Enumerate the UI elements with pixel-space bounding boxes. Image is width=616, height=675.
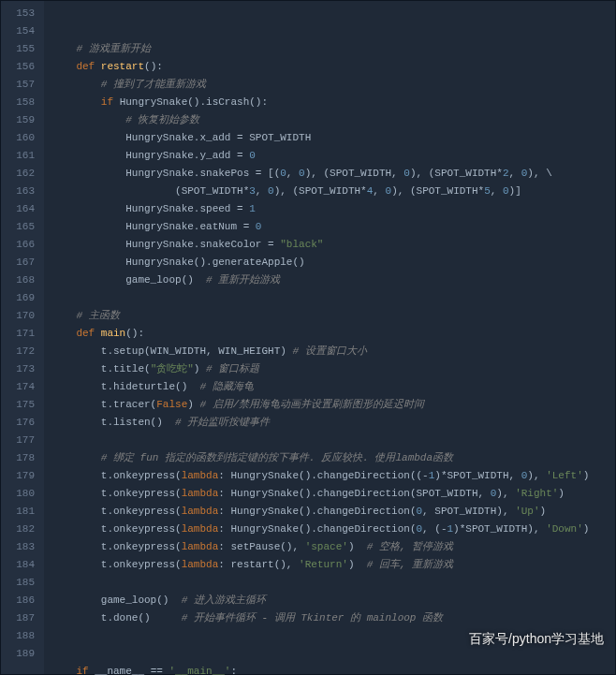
code-line[interactable]: t.listen() # 开始监听按键事件 [51, 414, 608, 432]
line-number: 173 [7, 360, 35, 378]
line-number: 167 [7, 254, 35, 271]
line-number: 178 [7, 449, 35, 467]
line-number: 155 [7, 40, 35, 58]
line-number: 179 [7, 467, 35, 485]
code-line[interactable]: t.onkeypress(lambda: HungrySnake().chang… [51, 467, 608, 485]
line-number: 153 [7, 5, 35, 22]
line-number: 180 [7, 485, 35, 503]
line-number: 156 [7, 58, 35, 76]
code-line[interactable]: HungrySnake.eatNum = 0 [51, 218, 608, 236]
code-line[interactable]: t.hideturtle() # 隐藏海龟 [51, 378, 608, 396]
code-line[interactable]: HungrySnake.y_add = 0 [51, 147, 608, 165]
line-number: 162 [7, 165, 35, 183]
line-number: 170 [7, 307, 35, 325]
code-line[interactable]: HungrySnake.speed = 1 [51, 200, 608, 218]
code-line[interactable]: HungrySnake().generateApple() [51, 254, 608, 271]
code-line[interactable]: game_loop() # 重新开始游戏 [51, 271, 608, 289]
line-number: 159 [7, 111, 35, 129]
code-line[interactable]: game_loop() # 进入游戏主循环 [51, 592, 608, 609]
line-number-gutter: 1531541551561571581591601611621631641651… [1, 1, 44, 674]
code-line[interactable]: HungrySnake.snakePos = [(0, 0), (SPOT_WI… [51, 165, 608, 183]
code-line[interactable]: # 恢复初始参数 [51, 111, 608, 129]
code-line[interactable] [51, 574, 608, 592]
code-line[interactable]: t.onkeypress(lambda: HungrySnake().chang… [51, 521, 608, 538]
line-number: 181 [7, 503, 35, 521]
line-number: 174 [7, 378, 35, 396]
line-number: 186 [7, 592, 35, 609]
code-line[interactable]: HungrySnake.x_add = SPOT_WIDTH [51, 129, 608, 147]
line-number: 172 [7, 343, 35, 360]
line-number: 185 [7, 574, 35, 592]
code-line[interactable]: # 绑定 fun 指定的函数到指定键的按下事件. 反应较快. 使用lambda函… [51, 449, 608, 467]
line-number: 158 [7, 94, 35, 111]
line-number: 171 [7, 325, 35, 343]
line-number: 168 [7, 271, 35, 289]
code-line[interactable]: t.onkeypress(lambda: HungrySnake().chang… [51, 503, 608, 521]
line-number: 164 [7, 200, 35, 218]
line-number: 182 [7, 521, 35, 538]
line-number: 188 [7, 627, 35, 645]
code-area[interactable]: # 游戏重新开始 def restart(): # 撞到了才能重新游戏 if H… [44, 1, 615, 674]
code-line[interactable]: t.onkeypress(lambda: setPause(), 'space'… [51, 538, 608, 556]
line-number: 169 [7, 289, 35, 307]
line-number: 160 [7, 129, 35, 147]
line-number: 154 [7, 22, 35, 40]
line-number: 166 [7, 236, 35, 254]
code-line[interactable] [51, 432, 608, 449]
code-line[interactable]: # 游戏重新开始 [51, 40, 608, 58]
line-number: 163 [7, 183, 35, 200]
code-line[interactable]: if __name__ == '__main__': [51, 663, 608, 675]
line-number: 187 [7, 609, 35, 627]
line-number: 184 [7, 556, 35, 574]
code-line[interactable]: # 主函数 [51, 307, 608, 325]
line-number: 189 [7, 645, 35, 663]
code-line[interactable]: (SPOT_WIDTH*3, 0), (SPOT_WIDTH*4, 0), (S… [51, 183, 608, 200]
code-line[interactable] [51, 289, 608, 307]
line-number: 176 [7, 414, 35, 432]
line-number: 177 [7, 432, 35, 449]
code-line[interactable]: if HungrySnake().isCrash(): [51, 94, 608, 111]
code-line[interactable]: HungrySnake.snakeColor = "black" [51, 236, 608, 254]
code-line[interactable]: t.title("贪吃蛇") # 窗口标题 [51, 360, 608, 378]
watermark: 百家号/python学习基地 [469, 630, 604, 648]
line-number: 175 [7, 396, 35, 414]
code-line[interactable]: def restart(): [51, 58, 608, 76]
line-number: 165 [7, 218, 35, 236]
line-number: 183 [7, 538, 35, 556]
line-number: 161 [7, 147, 35, 165]
code-line[interactable]: t.setup(WIN_WIDTH, WIN_HEIGHT) # 设置窗口大小 [51, 343, 608, 360]
code-line[interactable]: t.onkeypress(lambda: HungrySnake().chang… [51, 485, 608, 503]
code-line[interactable]: def main(): [51, 325, 608, 343]
line-number: 157 [7, 76, 35, 94]
code-editor: 1531541551561571581591601611621631641651… [0, 0, 616, 675]
code-line[interactable]: # 撞到了才能重新游戏 [51, 76, 608, 94]
code-line[interactable]: t.done() # 开始事件循环 - 调用 Tkinter 的 mainloo… [51, 609, 608, 627]
code-line[interactable]: t.onkeypress(lambda: restart(), 'Return'… [51, 556, 608, 574]
code-line[interactable]: t.tracer(False) # 启用/禁用海龟动画并设置刷新图形的延迟时间 [51, 396, 608, 414]
